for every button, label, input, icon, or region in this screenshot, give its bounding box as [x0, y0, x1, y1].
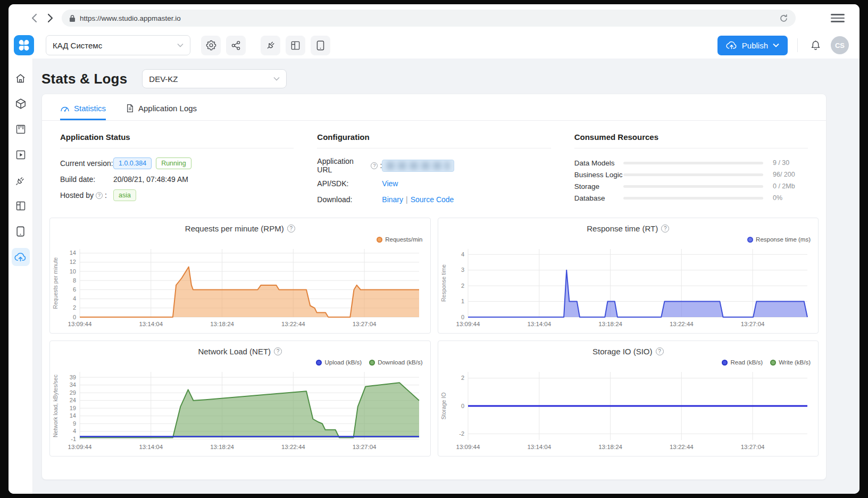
source-code-link[interactable]: Source Code	[411, 195, 454, 204]
configuration-section: Configuration Application URL ? :	[317, 132, 550, 209]
avatar[interactable]: CS	[831, 36, 849, 54]
tab-application-logs[interactable]: Application Logs	[126, 104, 197, 120]
svg-text:13:27:04: 13:27:04	[353, 444, 377, 450]
help-icon[interactable]: ?	[287, 225, 295, 233]
svg-text:13:27:04: 13:27:04	[740, 444, 764, 450]
resource-value: 0%	[773, 194, 808, 202]
svg-text:Network load, kBytes/sec: Network load, kBytes/sec	[52, 375, 59, 437]
share-icon	[231, 40, 241, 51]
sidebar-item-web-app[interactable]	[12, 197, 30, 215]
browser-forward-button[interactable]	[44, 12, 56, 24]
integrations-button[interactable]	[261, 36, 280, 55]
help-icon[interactable]: ?	[274, 347, 282, 355]
svg-text:2: 2	[73, 304, 76, 311]
publish-button[interactable]: Publish	[717, 36, 788, 55]
resource-row: Storage 0 / 2Mb	[574, 180, 808, 192]
svg-text:13:18:24: 13:18:24	[210, 444, 234, 450]
help-icon[interactable]: ?	[661, 225, 669, 233]
chart-plot: 0246810121413:09:4413:14:0413:18:2413:22…	[51, 246, 428, 330]
chevron-down-icon	[177, 43, 183, 47]
svg-text:14: 14	[70, 412, 76, 419]
settings-button[interactable]	[201, 36, 221, 55]
svg-text:13:14:04: 13:14:04	[527, 444, 551, 450]
api-sdk-label: API/SDK:	[317, 179, 382, 188]
cloud-upload-icon	[726, 41, 737, 49]
sidebar-item-business-processes[interactable]	[12, 120, 30, 138]
view-link[interactable]: View	[382, 179, 398, 188]
progress-bar	[623, 185, 763, 188]
gear-icon	[206, 40, 216, 51]
address-bar[interactable]: https://www.studio.appmaster.io	[62, 10, 796, 27]
web-designer-button[interactable]	[286, 36, 305, 55]
svg-text:13:18:24: 13:18:24	[210, 321, 234, 327]
svg-text:13:14:04: 13:14:04	[139, 321, 163, 327]
chart-title: Response time (RT)	[587, 224, 658, 233]
resource-label: Storage	[574, 182, 623, 190]
chart-rpm: Requests per minute (RPM)? Requests/min …	[49, 218, 431, 334]
svg-text:4: 4	[461, 251, 464, 258]
publish-label: Publish	[742, 41, 768, 50]
reload-icon	[779, 14, 788, 23]
legend-label: Response time (ms)	[756, 236, 811, 243]
chevron-down-icon	[773, 43, 779, 47]
version-badge[interactable]: 1.0.0.384	[113, 157, 152, 169]
legend-item[interactable]: Requests/min	[377, 236, 422, 243]
appmaster-logo[interactable]	[14, 35, 34, 55]
tabs: Statistics Application Logs	[42, 94, 826, 121]
browser-window: https://www.studio.appmaster.io КАД Сист…	[9, 4, 859, 494]
legend-label: Requests/min	[385, 236, 422, 243]
sidebar-item-deploy[interactable]	[12, 248, 30, 266]
sidebar-item-data-models[interactable]	[12, 95, 30, 113]
environment-selector[interactable]: DEV-KZ	[142, 69, 287, 88]
svg-text:0: 0	[461, 403, 464, 409]
progress-bar	[623, 173, 763, 176]
mobile-designer-button[interactable]	[311, 36, 330, 55]
legend-item[interactable]: Response time (ms)	[747, 236, 811, 243]
application-url-redacted[interactable]	[382, 160, 454, 172]
layout-icon	[290, 40, 301, 51]
legend-item[interactable]: Read (kB/s)	[722, 359, 763, 366]
share-button[interactable]	[226, 36, 246, 55]
progress-bar	[623, 162, 763, 164]
sidebar-item-endpoints[interactable]	[12, 146, 30, 164]
legend-item[interactable]: Write (kB/s)	[770, 359, 811, 366]
sidebar	[9, 59, 33, 494]
browser-menu-button[interactable]	[831, 12, 845, 24]
content-area: Stats & Logs DEV-KZ Statistics	[33, 59, 859, 494]
tab-statistics[interactable]: Statistics	[60, 104, 106, 120]
resource-value: 0 / 2Mb	[773, 182, 808, 190]
region-badge: asia	[113, 189, 136, 201]
browser-back-button[interactable]	[28, 12, 40, 24]
sidebar-item-modules[interactable]	[12, 171, 30, 189]
reload-button[interactable]	[779, 14, 788, 23]
binary-link[interactable]: Binary	[382, 195, 403, 204]
separator: |	[406, 195, 408, 204]
colon: :	[105, 191, 107, 200]
legend-dot-icon	[747, 237, 753, 243]
legend-item[interactable]: Upload (kB/s)	[316, 359, 362, 366]
svg-text:34: 34	[70, 381, 76, 388]
url-text: https://www.studio.appmaster.io	[80, 14, 779, 22]
project-selector[interactable]: КАД Системс	[46, 35, 190, 55]
legend-label: Download (kB/s)	[378, 359, 422, 366]
notifications-button[interactable]	[807, 37, 823, 53]
svg-text:4: 4	[73, 428, 76, 434]
help-icon[interactable]: ?	[96, 192, 103, 199]
resource-label: Business Logic	[574, 171, 623, 179]
chart-legend: Upload (kB/s)Download (kB/s)	[316, 359, 422, 366]
sidebar-item-home[interactable]	[12, 69, 30, 87]
svg-text:6: 6	[73, 286, 76, 293]
chevron-left-icon	[31, 13, 38, 23]
gauge-icon	[60, 104, 70, 112]
svg-text:Requests per minute: Requests per minute	[52, 257, 59, 309]
info-section: Application Status Current version: 1.0.…	[42, 121, 826, 211]
help-icon[interactable]: ?	[656, 347, 664, 355]
legend-label: Upload (kB/s)	[324, 359, 362, 366]
chart-response-time: Response time (RT)? Response time (ms) 0…	[438, 218, 819, 334]
sidebar-item-mobile-app[interactable]	[12, 222, 30, 240]
home-icon	[15, 73, 26, 84]
help-icon[interactable]: ?	[371, 162, 378, 169]
svg-text:0: 0	[461, 314, 464, 320]
legend-item[interactable]: Download (kB/s)	[369, 359, 422, 366]
svg-text:14: 14	[70, 250, 76, 256]
